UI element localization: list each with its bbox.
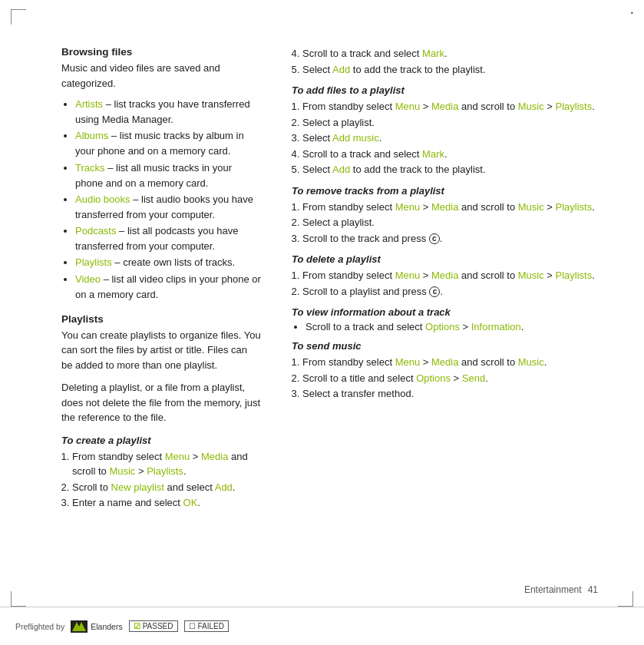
step: Scroll to a playlist and press c.: [302, 284, 598, 299]
step: Select Add to add the track to the playl…: [302, 162, 598, 177]
step: Scroll to a track and select Mark.: [302, 147, 598, 162]
music-link[interactable]: Music: [518, 270, 544, 281]
options-link[interactable]: Options: [425, 321, 460, 332]
add-link2[interactable]: Add: [332, 64, 350, 75]
add-music-link[interactable]: Add music: [332, 132, 379, 144]
step-text: .: [440, 233, 443, 244]
step-text: .: [544, 356, 547, 368]
music-link[interactable]: Music: [109, 465, 135, 477]
step-text: and scroll to: [458, 356, 517, 368]
list-item: Scroll to a track and select Options > I…: [305, 321, 598, 332]
step-text: to add the track to the playlist.: [350, 164, 485, 175]
step-text: .: [485, 372, 488, 384]
video-link[interactable]: Video: [75, 273, 101, 285]
step-text: .: [592, 270, 595, 281]
step: From standby select Menu > Media and scr…: [302, 268, 598, 283]
list-item: Artists – list tracks you have transferr…: [75, 97, 261, 127]
list-item: Playlists – create own lists of tracks.: [75, 255, 261, 270]
playlists-link2[interactable]: Playlists: [147, 465, 183, 477]
step-text: .: [379, 132, 382, 144]
add-link[interactable]: Add: [215, 481, 233, 493]
view-info-list: Scroll to a track and select Options > I…: [292, 321, 598, 332]
step-text: Scroll to: [72, 481, 111, 493]
step-text: Select: [302, 132, 332, 144]
tracks-link[interactable]: Tracks: [75, 162, 105, 174]
step-text: .: [521, 321, 524, 332]
browsing-body: Music and video files are saved and cate…: [61, 61, 261, 91]
c-button2: c: [429, 286, 440, 297]
step-text: Enter a name and select: [72, 497, 183, 508]
options-link2[interactable]: Options: [416, 372, 451, 384]
company-name: Elanders: [91, 622, 122, 631]
add-link3[interactable]: Add: [332, 164, 350, 175]
music-link[interactable]: Music: [518, 201, 544, 213]
playlists-link[interactable]: Playlists: [75, 256, 112, 268]
step: Enter a name and select OK.: [72, 495, 261, 511]
page-category: Entertainment: [524, 584, 582, 595]
right-column: Scroll to a track and select Mark. Selec…: [292, 46, 598, 599]
step-text: and select: [164, 481, 215, 493]
menu-link[interactable]: Menu: [395, 356, 421, 368]
step: Select a playlist.: [302, 215, 598, 230]
menu-link[interactable]: Menu: [395, 101, 421, 112]
step-text: to add the track to the playlist.: [350, 64, 485, 75]
playlists-link[interactable]: Playlists: [556, 101, 593, 112]
podcasts-link[interactable]: Podcasts: [75, 225, 116, 237]
list-item: Video – list all video clips in your pho…: [75, 272, 261, 303]
artists-link[interactable]: Artists: [75, 98, 103, 110]
step-text: From standby select: [302, 101, 395, 112]
passed-label: PASSED: [143, 622, 173, 630]
step-text: .: [444, 148, 447, 160]
media-link[interactable]: Media: [201, 451, 228, 462]
step-text: .: [592, 101, 595, 112]
corner-mark-tl: [11, 9, 26, 25]
footer-bar: Preflighted by Elanders ☑ PASSED ☐ FAILE…: [0, 607, 644, 645]
step-text: From standby select: [302, 201, 395, 213]
step: Select a transfer method.: [302, 386, 598, 402]
send-link[interactable]: Send: [462, 372, 485, 384]
step-text: From standby select: [302, 356, 395, 368]
video-text: – list all video clips in your phone or …: [75, 273, 261, 300]
step: From standby select Menu > Media and scr…: [72, 449, 261, 479]
audiobooks-link[interactable]: Audio books: [75, 194, 130, 205]
step-text: .: [592, 201, 595, 213]
step-text: Select: [302, 164, 332, 175]
step-text: >: [420, 270, 431, 281]
step-text: Select a playlist.: [302, 117, 375, 128]
playlists-link[interactable]: Playlists: [556, 270, 593, 281]
step: Scroll to a title and select Options > S…: [302, 371, 598, 386]
ok-link[interactable]: OK: [183, 497, 198, 508]
step-text: From standby select: [302, 270, 395, 281]
new-playlist-link[interactable]: New playlist: [111, 481, 164, 493]
step-text: .: [440, 286, 443, 297]
list-item: Tracks – list all music tracks in your p…: [75, 160, 261, 191]
step-text: >: [460, 321, 471, 332]
step-text: >: [420, 356, 431, 368]
albums-link[interactable]: Albums: [75, 130, 108, 141]
information-link[interactable]: Information: [471, 321, 521, 332]
mark-link2[interactable]: Mark: [422, 148, 444, 160]
step-text: and scroll to: [458, 270, 517, 281]
step-text: Scroll to a track and select: [305, 321, 425, 332]
media-link[interactable]: Media: [431, 201, 458, 213]
music-link[interactable]: Music: [518, 101, 544, 112]
mark-link[interactable]: Mark: [422, 48, 444, 59]
playlists-link[interactable]: Playlists: [556, 201, 593, 213]
media-link[interactable]: Media: [431, 101, 458, 112]
step-text: Select: [302, 64, 332, 75]
step-text: >: [544, 270, 556, 281]
playlists-body: You can create playlists to organize fil…: [61, 328, 261, 373]
step-text: >: [420, 201, 431, 213]
menu-link[interactable]: Menu: [165, 451, 190, 462]
corner-mark-bl: [11, 591, 26, 607]
step: From standby select Menu > Media and scr…: [302, 355, 598, 370]
checkbox-icon: ☐: [189, 622, 196, 630]
list-item: Audio books – list audio books you have …: [75, 192, 261, 223]
step: Scroll to a track and select Mark.: [302, 46, 598, 61]
menu-link[interactable]: Menu: [395, 201, 421, 213]
music-link[interactable]: Music: [518, 356, 544, 368]
media-link[interactable]: Media: [431, 356, 458, 368]
menu-link[interactable]: Menu: [395, 270, 421, 281]
playlists-text: – create own lists of tracks.: [114, 256, 235, 268]
media-link[interactable]: Media: [431, 270, 458, 281]
